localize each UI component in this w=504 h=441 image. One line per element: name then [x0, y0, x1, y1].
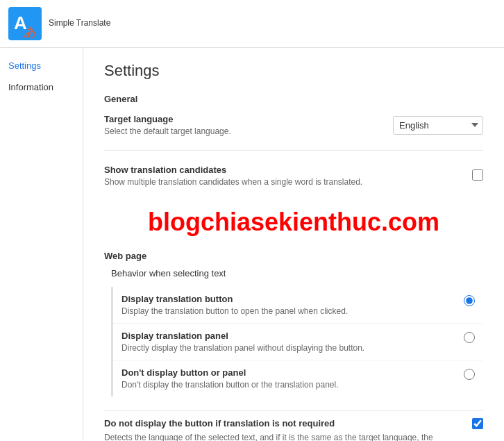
no-display-required-desc: Detects the language of the selected tex… — [104, 431, 458, 441]
top-bar: A あ Simple Translate — [0, 0, 504, 48]
radio-display-button[interactable] — [464, 295, 475, 306]
app-title: Simple Translate — [49, 18, 110, 29]
sidebar-item-information[interactable]: Information — [0, 76, 83, 98]
show-candidates-desc: Show multiple translation candidates whe… — [104, 177, 458, 187]
radio-option-display-panel-info: Display translation panel Directly displ… — [121, 331, 453, 353]
svg-text:あ: あ — [24, 25, 36, 39]
main-layout: Settings Information Settings General Ta… — [0, 48, 504, 441]
no-display-required-control — [472, 418, 483, 431]
radio-option-display-panel-label: Display translation panel — [121, 331, 453, 341]
show-candidates-checkbox[interactable] — [472, 169, 483, 181]
general-section: General Target language Select the defau… — [104, 94, 483, 187]
behavior-radio-group: Display translation button Display the t… — [111, 287, 483, 397]
no-display-required-label: Do not display the button if translation… — [104, 418, 458, 428]
no-display-required-info: Do not display the button if translation… — [104, 418, 458, 441]
show-candidates-control — [472, 169, 483, 183]
radio-option-display-button-desc: Display the translation button to open t… — [121, 306, 453, 316]
app-icon: A あ — [8, 7, 42, 40]
show-candidates-row: Show translation candidates Show multipl… — [104, 165, 483, 187]
page-title: Settings — [104, 62, 483, 80]
no-display-required-row: Do not display the button if translation… — [104, 410, 483, 441]
content-area: Settings General Target language Select … — [83, 48, 504, 441]
radio-no-display[interactable] — [464, 369, 475, 380]
radio-option-no-display-info: Don't display button or panel Don't disp… — [121, 367, 453, 390]
radio-option-display-button-label: Display translation button — [121, 294, 453, 304]
radio-option-no-display-desc: Don't display the translation button or … — [121, 380, 453, 390]
target-language-row: Target language Select the default targe… — [104, 114, 483, 151]
target-language-label: Target language — [104, 114, 379, 124]
watermark: blogchiasekienthuc.com — [104, 201, 483, 244]
app-container: A あ Simple Translate Settings Informatio… — [0, 0, 504, 441]
target-language-desc: Select the default target language. — [104, 126, 379, 136]
webpage-section-title: Web page — [104, 251, 483, 261]
show-candidates-label: Show translation candidates — [104, 165, 458, 175]
radio-option-display-button: Display translation button Display the t… — [113, 287, 483, 324]
radio-option-display-button-info: Display translation button Display the t… — [121, 294, 453, 316]
general-section-title: General — [104, 94, 483, 104]
radio-display-panel[interactable] — [464, 332, 475, 343]
show-candidates-info: Show translation candidates Show multipl… — [104, 165, 458, 187]
target-language-info: Target language Select the default targe… — [104, 114, 379, 136]
target-language-control: English Spanish French German Japanese C… — [393, 116, 483, 135]
radio-option-display-panel-desc: Directly display the translation panel w… — [121, 343, 453, 353]
radio-option-no-display-label: Don't display button or panel — [121, 367, 453, 378]
radio-option-no-display: Don't display button or panel Don't disp… — [113, 360, 483, 397]
target-language-select[interactable]: English Spanish French German Japanese C… — [393, 116, 483, 135]
no-display-required-checkbox[interactable] — [472, 418, 483, 429]
webpage-section: Web page Behavior when selecting text Di… — [104, 251, 483, 441]
sidebar-item-settings[interactable]: Settings — [0, 55, 83, 76]
behavior-subtitle: Behavior when selecting text — [104, 268, 483, 278]
sidebar: Settings Information — [0, 48, 83, 441]
radio-option-display-panel: Display translation panel Directly displ… — [113, 324, 483, 360]
